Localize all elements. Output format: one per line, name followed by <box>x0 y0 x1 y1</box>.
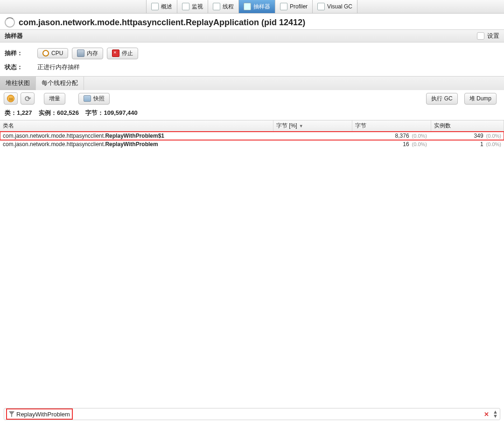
classes-label: 类： <box>5 109 17 116</box>
filter-bar: ReplayWithProblem ✕ ▲▼ <box>4 408 500 420</box>
tab-label: 概述 <box>161 3 172 11</box>
table-row[interactable]: com.jason.network.mode.httpasyncclient.R… <box>0 140 504 148</box>
tab-label: 监视 <box>192 3 203 11</box>
heap-dump-button[interactable]: 堆 Dump <box>464 93 497 105</box>
cpu-sample-button[interactable]: CPU <box>37 48 68 58</box>
cell-classname: com.jason.network.mode.httpasyncclient.R… <box>0 132 273 140</box>
cell-classname: com.jason.network.mode.httpasyncclient.R… <box>0 141 273 148</box>
subtab-label: 堆柱状图 <box>6 79 30 86</box>
filter-input[interactable]: ReplayWithProblem <box>16 411 70 418</box>
tab-profiler[interactable]: Profiler <box>275 0 313 13</box>
classes-value: 1,227 <box>17 109 32 116</box>
cell-instances: 349(0.0%) <box>430 132 504 140</box>
subtab-per-thread[interactable]: 每个线程分配 <box>36 77 84 90</box>
refresh-icon <box>25 94 31 103</box>
subtab-label: 每个线程分配 <box>42 79 78 86</box>
col-classname[interactable]: 类名 <box>0 120 273 131</box>
visualgc-icon <box>317 3 325 10</box>
table-header: 类名 字节 [%]▼ 字节 实例数 <box>0 120 504 132</box>
status-value: 正进行内存抽样 <box>37 63 80 71</box>
col-bytes-pct[interactable]: 字节 [%]▼ <box>273 120 352 131</box>
tab-label: 线程 <box>223 3 234 11</box>
col-instances[interactable]: 实例数 <box>431 120 504 131</box>
stats-summary: 类：1,227 实例：602,526 字节：109,597,440 <box>0 107 504 120</box>
btn-label: 内存 <box>87 49 98 57</box>
section-name: 抽样器 <box>5 32 23 40</box>
tab-sampler[interactable]: 抽样器 <box>238 0 275 13</box>
settings-label: 设置 <box>487 32 499 40</box>
stop-button[interactable]: 停止 <box>107 48 138 59</box>
profiler-icon <box>280 3 287 10</box>
subtab-heap-histogram[interactable]: 堆柱状图 <box>0 77 36 90</box>
btn-label: 停止 <box>122 49 133 57</box>
settings-checkbox[interactable] <box>477 32 484 40</box>
tab-label: 抽样器 <box>253 3 270 11</box>
stop-icon <box>112 49 119 57</box>
delta-button[interactable]: 增量 <box>44 93 65 105</box>
cell-instances: 1(0.0%) <box>430 141 504 148</box>
btn-label: 执行 GC <box>431 95 452 103</box>
tab-visualgc[interactable]: Visual GC <box>312 0 357 13</box>
snapshot-icon <box>84 95 91 102</box>
filter-stepper[interactable]: ▲▼ <box>493 410 498 418</box>
btn-label: CPU <box>51 50 63 56</box>
instances-value: 602,526 <box>57 109 79 116</box>
status-label: 状态： <box>5 63 37 71</box>
cell-bytes-pct <box>273 144 351 145</box>
tab-overview[interactable]: 概述 <box>146 0 177 13</box>
instances-label: 实例： <box>39 109 57 116</box>
overview-icon <box>151 3 159 10</box>
sort-desc-icon: ▼ <box>299 124 303 128</box>
tab-threads[interactable]: 线程 <box>208 0 239 13</box>
threads-icon <box>213 3 220 10</box>
filter-icon <box>9 411 14 417</box>
sampler-icon <box>244 3 251 10</box>
loading-icon <box>5 17 15 28</box>
filter-highlight: ReplayWithProblem <box>6 408 73 420</box>
cell-bytes: 8,376(0.0%) <box>351 132 430 140</box>
memory-sample-button[interactable]: 内存 <box>72 48 103 59</box>
title-text: com.jason.network.mode.httpasyncclient.R… <box>19 18 305 28</box>
cell-bytes: 16(0.0%) <box>351 141 430 148</box>
monitor-icon <box>182 3 189 10</box>
btn-label: 堆 Dump <box>469 95 491 103</box>
snapshot-button[interactable]: 快照 <box>78 93 110 105</box>
histogram-toolbar: 增量 快照 执行 GC 堆 Dump <box>0 90 504 107</box>
sample-label: 抽样： <box>5 49 37 57</box>
memory-icon <box>77 49 84 57</box>
tab-monitor[interactable]: 监视 <box>177 0 208 13</box>
table-row[interactable]: com.jason.network.mode.httpasyncclient.R… <box>0 132 504 140</box>
cell-bytes-pct <box>273 135 351 136</box>
section-header: 抽样器 设置 <box>0 29 504 42</box>
col-bytes[interactable]: 字节 <box>352 120 431 131</box>
bytes-label: 字节： <box>85 109 104 116</box>
table-body: com.jason.network.mode.httpasyncclient.R… <box>0 132 504 148</box>
clear-filter-button[interactable]: ✕ <box>482 411 491 418</box>
class-table: 类名 字节 [%]▼ 字节 实例数 com.jason.network.mode… <box>0 120 504 393</box>
sampler-controls: 抽样： CPU 内存 停止 状态： 正进行内存抽样 <box>0 42 504 76</box>
bytes-value: 109,597,440 <box>104 109 137 116</box>
pause-icon <box>7 95 14 102</box>
tab-label: Visual GC <box>327 3 352 10</box>
sampler-subtabs: 堆柱状图 每个线程分配 <box>0 76 504 90</box>
tab-label: Profiler <box>290 3 308 10</box>
window-tabs: 概述 监视 线程 抽样器 Profiler Visual GC <box>0 0 504 14</box>
cpu-icon <box>42 50 49 56</box>
page-title: com.jason.network.mode.httpasyncclient.R… <box>0 14 504 29</box>
refresh-button[interactable] <box>21 92 35 105</box>
btn-label: 快照 <box>93 95 105 103</box>
btn-label: 增量 <box>49 95 60 103</box>
pause-button[interactable] <box>4 92 18 105</box>
perform-gc-button[interactable]: 执行 GC <box>426 93 457 105</box>
